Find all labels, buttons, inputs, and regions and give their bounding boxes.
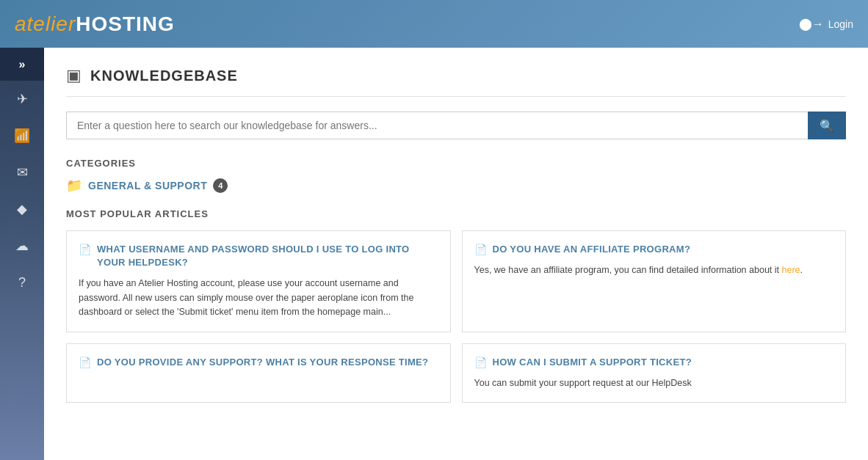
logo: atelierHOSTING: [15, 12, 175, 36]
login-icon: ⬤→: [799, 17, 824, 31]
article-excerpt-4: You can submit your support request at o…: [474, 376, 834, 390]
sidebar: » ✈ 📶 ✉ ◆ ☁ ?: [0, 48, 44, 460]
logo-hosting: HOSTING: [76, 12, 175, 35]
sidebar-toggle[interactable]: »: [0, 48, 44, 81]
sidebar-item-diamond[interactable]: ◆: [0, 191, 44, 227]
sidebar-item-mail[interactable]: ✉: [0, 154, 44, 191]
search-input[interactable]: [66, 112, 808, 139]
category-folder-icon: 📁: [66, 178, 82, 194]
feed-icon: 📶: [14, 128, 30, 144]
mail-icon: ✉: [17, 164, 28, 180]
cloud-icon: ☁: [15, 238, 29, 254]
login-label: Login: [828, 18, 853, 30]
article-title-row-2: 📄 DO YOU HAVE AN AFFILIATE PROGRAM?: [474, 243, 834, 256]
help-icon: ?: [18, 275, 26, 291]
page-title-row: ▣ KNOWLEDGEBASE: [66, 66, 846, 97]
diamond-icon: ◆: [17, 201, 27, 217]
article-card-2[interactable]: 📄 DO YOU HAVE AN AFFILIATE PROGRAM? Yes,…: [462, 230, 847, 332]
articles-grid: 📄 WHAT USERNAME AND PASSWORD SHOULD I US…: [66, 230, 846, 403]
file-icon-2: 📄: [474, 244, 487, 255]
article-title-text-4: HOW CAN I SUBMIT A SUPPORT TICKET?: [493, 356, 692, 369]
file-icon-1: 📄: [79, 244, 91, 255]
affiliate-link[interactable]: here: [782, 265, 800, 275]
categories-label: CATEGORIES: [66, 158, 846, 169]
rocket-icon: ✈: [17, 91, 28, 107]
sidebar-item-help[interactable]: ?: [0, 264, 44, 301]
sidebar-item-cloud[interactable]: ☁: [0, 227, 44, 264]
article-title-text-1: WHAT USERNAME AND PASSWORD SHOULD I USE …: [97, 243, 438, 269]
article-card-1[interactable]: 📄 WHAT USERNAME AND PASSWORD SHOULD I US…: [66, 230, 451, 332]
logo-atelier: atelier: [15, 12, 76, 35]
category-badge: 4: [213, 178, 228, 193]
category-label: GENERAL & SUPPORT: [88, 180, 207, 191]
file-icon-4: 📄: [474, 357, 487, 368]
article-title-row-1: 📄 WHAT USERNAME AND PASSWORD SHOULD I US…: [79, 243, 438, 269]
article-excerpt-2: Yes, we have an affiliate program, you c…: [474, 263, 834, 277]
article-title-row-3: 📄 DO YOU PROVIDE ANY SUPPORT? WHAT IS YO…: [79, 356, 438, 369]
file-icon-3: 📄: [79, 357, 91, 368]
search-row: 🔍: [66, 112, 846, 139]
category-row[interactable]: 📁 GENERAL & SUPPORT 4: [66, 178, 846, 194]
article-excerpt-1: If you have an Atelier Hosting account, …: [79, 277, 438, 319]
article-title-text-3: DO YOU PROVIDE ANY SUPPORT? WHAT IS YOUR…: [97, 356, 428, 369]
article-card-4[interactable]: 📄 HOW CAN I SUBMIT A SUPPORT TICKET? You…: [462, 343, 847, 404]
login-button[interactable]: ⬤→ Login: [799, 17, 853, 31]
article-card-3[interactable]: 📄 DO YOU PROVIDE ANY SUPPORT? WHAT IS YO…: [66, 343, 451, 404]
header: atelierHOSTING ⬤→ Login: [0, 0, 868, 48]
sidebar-item-rocket[interactable]: ✈: [0, 81, 44, 117]
toggle-icon: »: [19, 58, 26, 71]
sidebar-item-feed[interactable]: 📶: [0, 117, 44, 154]
article-title-row-4: 📄 HOW CAN I SUBMIT A SUPPORT TICKET?: [474, 356, 834, 369]
article-title-text-2: DO YOU HAVE AN AFFILIATE PROGRAM?: [493, 243, 691, 256]
search-button[interactable]: 🔍: [808, 112, 846, 139]
main-layout: » ✈ 📶 ✉ ◆ ☁ ? ▣ KNOWLEDGEBASE 🔍: [0, 48, 868, 460]
knowledgebase-icon: ▣: [66, 66, 82, 85]
most-popular-label: MOST POPULAR ARTICLES: [66, 208, 846, 219]
page-title: KNOWLEDGEBASE: [90, 67, 238, 84]
content-area: ▣ KNOWLEDGEBASE 🔍 CATEGORIES 📁 GENERAL &…: [44, 48, 868, 460]
